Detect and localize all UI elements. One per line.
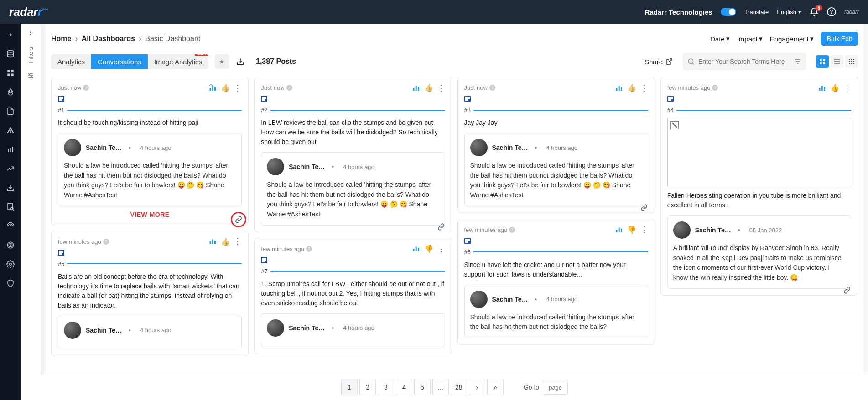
card-stats-icon[interactable] bbox=[818, 84, 826, 92]
more-button[interactable]: ⋮ bbox=[640, 84, 648, 92]
quote-author[interactable]: Sachin Tend… bbox=[86, 144, 122, 151]
card-body: 1. Scrap umpires call for LBW , either s… bbox=[261, 279, 445, 308]
notifications-button[interactable]: 8 bbox=[810, 7, 819, 16]
view-grid-button[interactable] bbox=[816, 55, 829, 68]
info-icon[interactable]: ? bbox=[286, 85, 292, 91]
page-last-button[interactable]: » bbox=[487, 379, 504, 395]
bulk-edit-button[interactable]: Bulk Edit bbox=[821, 32, 858, 46]
engagement-filter[interactable]: Engagement▾ bbox=[770, 35, 814, 43]
thumb-up-icon[interactable]: 👍 bbox=[830, 83, 839, 92]
info-icon[interactable]: ? bbox=[509, 227, 515, 233]
breadcrumb-all-dashboards[interactable]: All Dashboards bbox=[82, 35, 135, 42]
tab-conversations[interactable]: Conversations bbox=[91, 54, 148, 69]
chart-icon[interactable] bbox=[6, 145, 15, 154]
avatar bbox=[267, 158, 284, 175]
database-icon[interactable] bbox=[6, 49, 15, 58]
tab-analytics[interactable]: Analytics bbox=[51, 54, 91, 69]
link-icon[interactable] bbox=[840, 283, 854, 297]
gauge-icon[interactable] bbox=[6, 221, 15, 231]
view-more-button[interactable]: VIEW MORE bbox=[58, 211, 242, 218]
dashboard-icon[interactable] bbox=[6, 68, 15, 77]
svg-rect-65 bbox=[621, 229, 622, 232]
more-button[interactable]: ⋮ bbox=[843, 84, 851, 92]
card-stats-icon[interactable] bbox=[412, 84, 421, 92]
alert-icon[interactable] bbox=[6, 126, 15, 135]
thumb-icon[interactable]: 👍 bbox=[221, 83, 230, 92]
goto-input[interactable] bbox=[543, 380, 568, 395]
more-button[interactable]: ⋮ bbox=[640, 226, 648, 234]
thumb-icon[interactable]: 👍 bbox=[627, 83, 636, 92]
page-button[interactable]: 5 bbox=[414, 379, 431, 395]
page-button[interactable]: 1 bbox=[341, 379, 358, 395]
thumb-icon[interactable]: 👍 bbox=[424, 83, 433, 92]
language-select[interactable]: English ▾ bbox=[777, 9, 801, 15]
filters-label: Filters bbox=[27, 47, 34, 63]
page-next-button[interactable]: › bbox=[469, 379, 485, 395]
search-doc-icon[interactable] bbox=[6, 202, 15, 211]
link-icon[interactable] bbox=[637, 201, 651, 215]
search-wrap bbox=[683, 53, 806, 70]
target-icon[interactable] bbox=[6, 241, 15, 250]
quote-author[interactable]: Sachin Tend… bbox=[492, 296, 529, 303]
date-filter[interactable]: Date▾ bbox=[710, 35, 730, 43]
page-button[interactable]: 2 bbox=[359, 379, 376, 395]
conversation-card: few minutes ago? 👍 ⋮ #5 Bails are an old… bbox=[51, 231, 249, 356]
svg-rect-48 bbox=[210, 88, 211, 91]
quote-author[interactable]: Sachin Tend… bbox=[86, 327, 122, 334]
flame-icon[interactable] bbox=[6, 87, 15, 97]
filters-expand-button[interactable]: › bbox=[29, 28, 32, 38]
trend-icon[interactable] bbox=[6, 164, 15, 173]
search-filter-icon[interactable] bbox=[794, 58, 801, 65]
page-button[interactable]: 3 bbox=[378, 379, 394, 395]
download-icon[interactable] bbox=[6, 183, 15, 192]
more-button[interactable]: ⋮ bbox=[234, 84, 242, 92]
help-button[interactable]: ? bbox=[827, 7, 836, 16]
info-icon[interactable]: ? bbox=[306, 246, 312, 252]
thumb-down-icon[interactable]: 👎 bbox=[627, 226, 636, 234]
svg-rect-32 bbox=[820, 59, 822, 61]
chevron-right-icon[interactable] bbox=[6, 30, 15, 39]
svg-rect-5 bbox=[10, 130, 11, 132]
chevron-down-icon: ▾ bbox=[726, 35, 730, 43]
tab-image-analytics[interactable]: Image Analytics bbox=[148, 54, 208, 69]
info-icon[interactable]: ? bbox=[103, 239, 109, 245]
view-compact-button[interactable] bbox=[845, 55, 858, 68]
quote-author[interactable]: Sachin Tend… bbox=[289, 324, 325, 332]
breadcrumb-home[interactable]: Home bbox=[51, 35, 71, 42]
card-stats-icon[interactable] bbox=[412, 245, 421, 252]
thumb-down-icon[interactable]: 👎 bbox=[424, 245, 433, 253]
quote-box: Sachin Tend… • 4 hours ago Should a law … bbox=[261, 152, 445, 226]
more-button[interactable]: ⋮ bbox=[234, 237, 242, 246]
view-list-button[interactable] bbox=[831, 55, 843, 68]
more-button[interactable]: ⋮ bbox=[437, 245, 445, 253]
avatar bbox=[64, 322, 81, 339]
search-input[interactable] bbox=[698, 58, 794, 65]
download-button[interactable] bbox=[233, 54, 248, 69]
filter-sliders-icon[interactable] bbox=[27, 72, 34, 79]
quote-author[interactable]: Sachin Tend… bbox=[492, 144, 529, 151]
svg-rect-3 bbox=[7, 74, 10, 76]
info-icon[interactable]: ? bbox=[489, 85, 495, 91]
thumb-icon[interactable]: 👍 bbox=[221, 237, 230, 246]
share-button[interactable]: Share bbox=[645, 58, 673, 66]
card-stats-icon[interactable] bbox=[615, 226, 624, 233]
page-button[interactable]: 4 bbox=[396, 379, 412, 395]
link-highlighted-icon[interactable] bbox=[231, 212, 246, 227]
star-button[interactable]: ★ bbox=[215, 54, 229, 69]
card-stats-icon[interactable] bbox=[209, 238, 217, 245]
translate-toggle[interactable] bbox=[721, 8, 736, 16]
quote-author[interactable]: Sachin Tend… bbox=[289, 163, 325, 170]
more-button[interactable]: ⋮ bbox=[437, 84, 445, 92]
shield-icon[interactable] bbox=[6, 279, 15, 288]
impact-filter[interactable]: Impact▾ bbox=[737, 35, 763, 43]
card-stats-icon[interactable] bbox=[209, 84, 217, 92]
gear-icon[interactable] bbox=[6, 260, 15, 269]
quote-author[interactable]: Sachin Tendu… bbox=[695, 226, 732, 234]
source-icon bbox=[58, 96, 64, 102]
card-stats-icon[interactable] bbox=[615, 84, 624, 92]
document-icon[interactable] bbox=[6, 107, 15, 116]
page-button[interactable]: 28 bbox=[451, 379, 467, 395]
info-icon[interactable]: ? bbox=[712, 85, 718, 91]
info-icon[interactable]: ? bbox=[83, 85, 89, 91]
link-icon[interactable] bbox=[434, 220, 448, 234]
